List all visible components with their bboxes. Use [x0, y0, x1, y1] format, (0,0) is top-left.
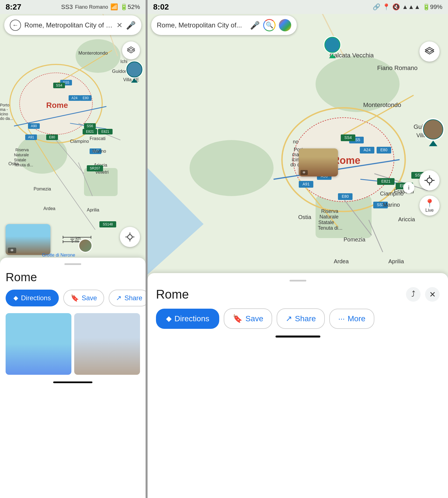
svg-text:E821: E821	[381, 179, 391, 183]
svg-point-150	[427, 178, 432, 183]
directions-diamond-left: ◆	[13, 294, 18, 302]
wifi-icon-left: 📶	[110, 3, 118, 11]
map-svg-left: SS5 A24 E80 SS4 A90 A91 E80 SS6 E821	[0, 0, 146, 260]
live-label: Live	[425, 208, 433, 213]
search-bar-left[interactable]: ← Rome, Metropolitan City of Rome... ✕ 🎤	[4, 15, 141, 35]
share-button-right[interactable]: ↗ Share	[277, 308, 325, 329]
info-button-right[interactable]: i	[403, 182, 414, 193]
bookmark-icon-left: 🔖	[71, 294, 79, 302]
mic-button-right[interactable]: 🎤	[250, 21, 260, 30]
time-right: 8:02	[153, 3, 169, 11]
svg-text:Statale: Statale	[14, 158, 26, 162]
svg-text:SS148: SS148	[103, 222, 113, 226]
svg-point-69	[128, 235, 132, 239]
svg-text:Calcata Vecchia: Calcata Vecchia	[330, 52, 374, 59]
panel-title-right: Rome	[156, 287, 189, 301]
map-svg-right: SS5 A24 E80 SS4 A90 A91 E80 SS6 E821	[148, 0, 448, 274]
back-button-left[interactable]: ←	[10, 20, 21, 31]
svg-text:Tenuta di...: Tenuta di...	[318, 225, 342, 231]
status-icons-right: 🔗 📍 🔇 ▲▲▲ 🔋99%	[373, 3, 442, 11]
share-btn-panel-right[interactable]: ⤴	[406, 287, 421, 302]
panel-title-left: Rome	[6, 271, 140, 284]
location-button-left[interactable]	[120, 227, 140, 247]
mute-icon-right: 🔇	[392, 3, 400, 11]
svg-text:Tenuta di...: Tenuta di...	[14, 163, 33, 167]
photo-thumb-right[interactable]: 👁	[299, 148, 338, 176]
svg-text:Frascati: Frascati	[90, 136, 106, 141]
svg-point-146	[325, 38, 340, 52]
svg-text:Naturale: Naturale	[14, 153, 29, 157]
svg-text:E80: E80	[49, 135, 55, 139]
svg-text:A90: A90	[31, 124, 37, 128]
svg-text:Naturale: Naturale	[319, 214, 339, 220]
layer-button-left[interactable]	[122, 41, 140, 59]
layer-button-right[interactable]	[419, 41, 440, 62]
location-status-left: Fiano Romano	[75, 4, 108, 10]
svg-text:Riserva: Riserva	[321, 208, 339, 214]
save-button-left[interactable]: 🔖 Save	[63, 290, 104, 306]
streetview-circle-left[interactable]	[78, 239, 92, 253]
signal-icon-right: ▲▲▲	[402, 3, 420, 11]
svg-point-65	[127, 62, 142, 77]
location-button-right[interactable]	[419, 170, 440, 190]
svg-text:A91: A91	[28, 135, 34, 139]
svg-text:Riserva: Riserva	[15, 148, 29, 152]
map-left: SS5 A24 E80 SS4 A90 A91 E80 SS6 E821	[0, 0, 146, 260]
more-button-right[interactable]: ··· More	[329, 309, 374, 329]
signal-icon-left: SS3	[61, 3, 73, 11]
svg-text:A91: A91	[303, 182, 310, 186]
live-button-right[interactable]: 📍 Live	[419, 196, 440, 216]
search-bar-right[interactable]: Rome, Metropolitan City of... 🎤 🔍	[151, 15, 297, 35]
action-row-left: ◆ Directions 🔖 Save ↗ Share	[6, 290, 140, 306]
location-icon-right: 📍	[382, 3, 390, 11]
save-button-right[interactable]: 🔖 Save	[224, 308, 272, 329]
svg-text:E80: E80	[83, 96, 89, 100]
share-icon-left: ↗	[116, 294, 122, 302]
svg-point-143	[424, 120, 443, 139]
search-text-right: Rome, Metropolitan City of...	[157, 21, 247, 29]
photo-strip-item-1[interactable]	[6, 313, 71, 375]
link-icon-right: 🔗	[373, 3, 380, 11]
svg-text:Ciampino: Ciampino	[70, 139, 89, 144]
svg-text:Villa d'E: Villa d'E	[123, 77, 139, 82]
clear-button-left[interactable]: ✕	[116, 21, 123, 30]
map-right: SS5 A24 E80 SS4 A90 A91 E80 SS6 E821	[148, 0, 448, 274]
directions-button-left[interactable]: ◆ Directions	[6, 290, 59, 306]
svg-text:10 km: 10 km	[70, 236, 81, 241]
home-indicator-left	[53, 381, 92, 383]
svg-text:SS4: SS4	[344, 135, 352, 140]
svg-text:Ichi: Ichi	[120, 59, 127, 64]
more-dots-icon-right: ···	[338, 314, 345, 323]
svg-text:Fiano Romano: Fiano Romano	[377, 64, 417, 71]
close-button-right[interactable]: ✕	[425, 287, 440, 302]
svg-text:Marino: Marino	[92, 149, 106, 153]
time-left: 8:27	[6, 3, 21, 11]
svg-text:Statale: Statale	[318, 220, 334, 225]
panel-header-row-right: Rome ⤴ ✕	[156, 287, 440, 302]
share-icon-right: ↗	[286, 314, 292, 323]
svg-text:SS4: SS4	[56, 83, 62, 87]
bottom-panel-right: Rome ⤴ ✕ ◆ Directions 🔖 Save ↗ Share ···…	[148, 273, 448, 498]
svg-marker-68	[127, 48, 135, 53]
bottom-panel-left: Rome ◆ Directions 🔖 Save ↗ Share	[0, 258, 146, 498]
photo-strip-item-2[interactable]	[74, 313, 140, 375]
svg-text:E80: E80	[381, 148, 388, 152]
photo-strip-left	[6, 313, 140, 375]
directions-button-right[interactable]: ◆ Directions	[156, 309, 219, 329]
mic-button-left[interactable]: 🎤	[126, 21, 136, 30]
svg-text:Pomezia: Pomezia	[34, 187, 51, 191]
home-indicator-right	[276, 336, 320, 338]
svg-text:Ariccia: Ariccia	[398, 216, 415, 222]
lens-button-right[interactable]: 🔍	[263, 19, 276, 31]
svg-text:E821: E821	[86, 130, 94, 134]
share-button-left[interactable]: ↗ Share	[109, 290, 150, 306]
svg-text:E80: E80	[342, 194, 349, 199]
photo-thumb-left[interactable]: 👁	[6, 224, 50, 255]
svg-text:Aprilia: Aprilia	[388, 258, 404, 264]
svg-text:Ostia: Ostia	[298, 214, 312, 220]
svg-text:Monterotondo: Monterotondo	[363, 101, 401, 108]
svg-text:no: no	[293, 139, 298, 145]
avatar-right[interactable]	[279, 19, 291, 31]
svg-text:Pomezia: Pomezia	[344, 236, 366, 243]
svg-text:E821: E821	[101, 130, 109, 134]
